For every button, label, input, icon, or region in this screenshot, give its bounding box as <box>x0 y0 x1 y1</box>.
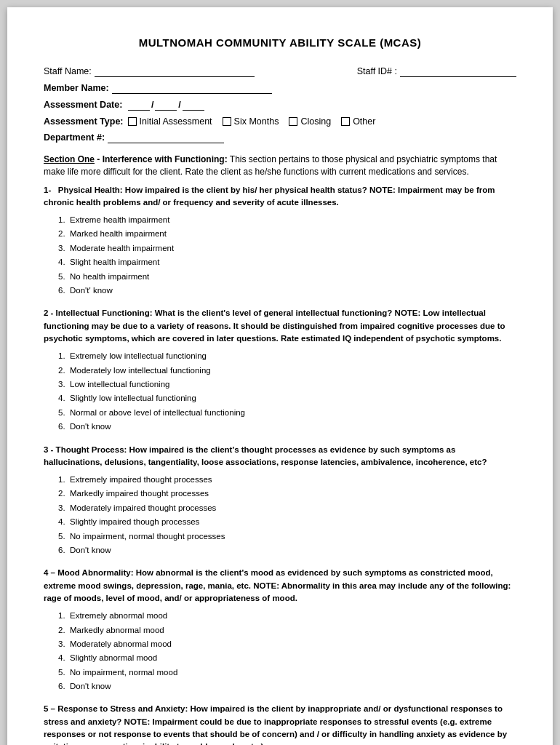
list-item: 3.Moderately abnormal mood <box>58 637 516 650</box>
question-3-options: 1.Extremely impaired thought processes 2… <box>44 473 516 557</box>
member-name-field[interactable] <box>112 83 272 94</box>
checkbox-closing-box[interactable] <box>289 117 297 126</box>
list-item: 6.Don't' know <box>58 284 516 297</box>
list-item: 5.No impairment, normal thought processe… <box>58 530 516 543</box>
staff-name-group: Staff Name: <box>44 66 255 77</box>
department-label: Department #: <box>44 132 105 143</box>
list-item: 2.Moderately low intellectual functionin… <box>58 364 516 377</box>
checkbox-initial-assessment[interactable]: Initial Assessment <box>128 116 212 127</box>
list-item: 4.Slightly impaired though processes <box>58 515 516 528</box>
section-one-header: Section One - Interference with Function… <box>44 154 516 178</box>
q1-prefix: 1- Physical Health: How impaired is the … <box>44 186 495 207</box>
list-item: 2.Markedly abnormal mood <box>58 624 516 637</box>
list-item: 2.Marked health impairment <box>58 227 516 240</box>
question-1-title: 1- Physical Health: How impaired is the … <box>44 184 516 210</box>
section-one-title: Section One <box>44 154 95 164</box>
list-item: 6.Don't know <box>58 420 516 433</box>
list-item: 4.Slightly low intellectual functioning <box>58 391 516 405</box>
list-item: 1.Extremely abnormal mood <box>58 609 516 622</box>
checkbox-other[interactable]: Other <box>341 116 375 127</box>
staff-info-row: Staff Name: Staff ID# : <box>44 66 516 77</box>
assessment-type-row: Assessment Type: Initial Assessment Six … <box>44 116 516 127</box>
page-title: MULTNOMAH COMMUNITY ABILITY SCALE (MCAS) <box>44 36 516 49</box>
checkbox-other-box[interactable] <box>341 117 350 126</box>
checkbox-initial-label: Initial Assessment <box>140 116 212 127</box>
list-item: 4.Slight health impairment <box>58 255 516 268</box>
q4-text: 4 – Mood Abnormality: How abnormal is th… <box>44 568 511 602</box>
q3-text: 3 - Thought Process: How impaired is the… <box>44 445 487 466</box>
department-row: Department #: <box>44 132 516 143</box>
staff-name-field[interactable] <box>95 66 255 77</box>
date-sep1: / <box>151 100 153 110</box>
list-item: 2.Markedly impaired thought processes <box>58 487 516 500</box>
section-one-dash: - <box>95 154 103 164</box>
list-item: 5.No health impairment <box>58 270 516 283</box>
date-year[interactable] <box>183 100 204 111</box>
section-one-bold: Interference with Functioning: <box>103 154 228 164</box>
department-field[interactable] <box>108 132 224 143</box>
list-item: 3.Moderate health impairment <box>58 242 516 255</box>
q2-text: 2 - Intellectual Functioning: What is th… <box>44 308 505 343</box>
member-name-row: Member Name: <box>44 83 516 94</box>
checkbox-other-label: Other <box>353 116 375 127</box>
list-item: 6.Don't know <box>58 543 516 557</box>
question-3-block: 3 - Thought Process: How impaired is the… <box>44 444 516 557</box>
date-sep2: / <box>178 100 180 110</box>
checkbox-six-months[interactable]: Six Months <box>223 116 279 127</box>
assessment-date-row: Assessment Date: / / <box>44 100 516 111</box>
date-fields: / / <box>128 100 204 111</box>
question-2-block: 2 - Intellectual Functioning: What is th… <box>44 307 516 433</box>
assessment-type-label: Assessment Type: <box>44 116 124 127</box>
question-2-title: 2 - Intellectual Functioning: What is th… <box>44 307 516 345</box>
question-4-title: 4 – Mood Abnormality: How abnormal is th… <box>44 567 516 605</box>
list-item: 6.Don't know <box>58 680 516 693</box>
document-page: MULTNOMAH COMMUNITY ABILITY SCALE (MCAS)… <box>7 7 553 745</box>
list-item: 1.Extreme health impairment <box>58 213 516 226</box>
list-item: 1.Extremely impaired thought processes <box>58 473 516 486</box>
list-item: 1.Extremely low intellectual functioning <box>58 349 516 362</box>
date-month[interactable] <box>128 100 150 111</box>
staff-name-label: Staff Name: <box>44 66 92 76</box>
checkbox-six-months-box[interactable] <box>223 117 231 126</box>
checkbox-closing[interactable]: Closing <box>289 116 331 127</box>
list-item: 5.No impairment, normal mood <box>58 666 516 679</box>
checkbox-initial-box[interactable] <box>128 117 137 126</box>
list-item: 5.Normal or above level of intellectual … <box>58 406 516 419</box>
question-4-options: 1.Extremely abnormal mood 2.Markedly abn… <box>44 609 516 693</box>
list-item: 3.Low intellectual functioning <box>58 378 516 391</box>
member-name-label: Member Name: <box>44 83 109 93</box>
staff-id-field[interactable] <box>400 66 516 77</box>
question-1-options: 1.Extreme health impairment 2.Marked hea… <box>44 213 516 297</box>
date-day[interactable] <box>155 100 177 111</box>
checkbox-closing-label: Closing <box>300 116 331 127</box>
question-5-title: 5 – Response to Stress and Anxiety: How … <box>44 703 516 745</box>
staff-id-group: Staff ID# : <box>357 66 516 77</box>
list-item: 3.Moderately impaired thought processes <box>58 501 516 514</box>
assessment-date-label: Assessment Date: <box>44 100 122 110</box>
staff-id-label: Staff ID# : <box>357 66 397 76</box>
question-2-options: 1.Extremely low intellectual functioning… <box>44 349 516 433</box>
checkbox-six-months-label: Six Months <box>234 116 279 127</box>
question-4-block: 4 – Mood Abnormality: How abnormal is th… <box>44 567 516 693</box>
list-item: 4.Slightly abnormal mood <box>58 651 516 664</box>
question-3-title: 3 - Thought Process: How impaired is the… <box>44 444 516 469</box>
question-1-block: 1- Physical Health: How impaired is the … <box>44 184 516 298</box>
q5-text: 5 – Response to Stress and Anxiety: How … <box>44 704 507 745</box>
question-5-block: 5 – Response to Stress and Anxiety: How … <box>44 703 516 745</box>
